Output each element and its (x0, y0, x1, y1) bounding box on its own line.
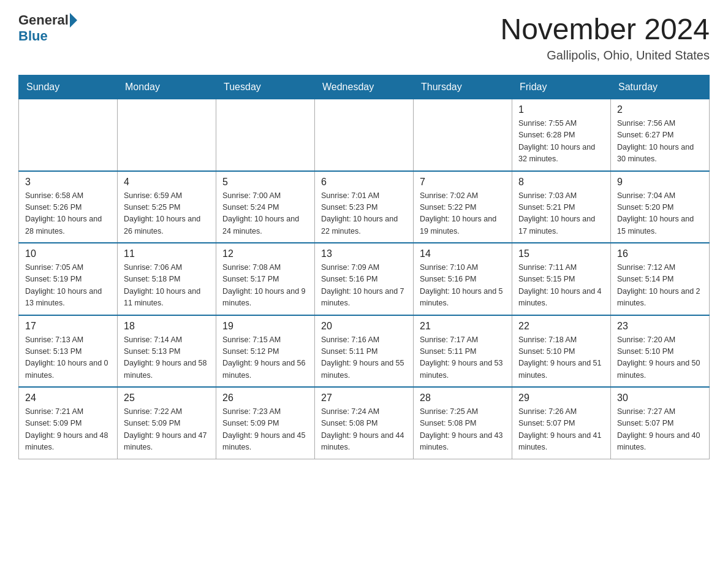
day-info: Sunrise: 7:21 AMSunset: 5:09 PMDaylight:… (25, 406, 111, 454)
calendar-cell: 13Sunrise: 7:09 AMSunset: 5:16 PMDayligh… (315, 243, 414, 315)
calendar-cell: 4Sunrise: 6:59 AMSunset: 5:25 PMDaylight… (118, 171, 216, 243)
day-number: 27 (321, 393, 407, 404)
day-info: Sunrise: 7:13 AMSunset: 5:13 PMDaylight:… (25, 334, 111, 382)
day-number: 14 (420, 248, 506, 259)
calendar-cell: 5Sunrise: 7:00 AMSunset: 5:24 PMDaylight… (216, 171, 315, 243)
day-info: Sunrise: 7:55 AMSunset: 6:28 PMDaylight:… (518, 118, 604, 166)
day-info: Sunrise: 7:05 AMSunset: 5:19 PMDaylight:… (25, 262, 111, 310)
day-of-week-header: Tuesday (216, 75, 315, 99)
day-of-week-header: Wednesday (315, 75, 414, 99)
day-info: Sunrise: 7:16 AMSunset: 5:11 PMDaylight:… (321, 334, 407, 382)
day-number: 8 (518, 177, 604, 188)
calendar-cell: 27Sunrise: 7:24 AMSunset: 5:08 PMDayligh… (315, 387, 414, 459)
day-number: 28 (420, 393, 506, 404)
day-info: Sunrise: 7:18 AMSunset: 5:10 PMDaylight:… (518, 334, 604, 382)
day-info: Sunrise: 7:06 AMSunset: 5:18 PMDaylight:… (124, 262, 210, 310)
calendar-cell: 20Sunrise: 7:16 AMSunset: 5:11 PMDayligh… (315, 315, 414, 388)
day-info: Sunrise: 7:15 AMSunset: 5:12 PMDaylight:… (222, 334, 308, 382)
calendar-week-row: 17Sunrise: 7:13 AMSunset: 5:13 PMDayligh… (19, 315, 710, 388)
day-info: Sunrise: 6:58 AMSunset: 5:26 PMDaylight:… (25, 190, 111, 238)
day-info: Sunrise: 7:12 AMSunset: 5:14 PMDaylight:… (617, 262, 703, 310)
logo-blue-text: Blue (18, 28, 48, 44)
day-number: 7 (420, 177, 506, 188)
calendar-cell: 17Sunrise: 7:13 AMSunset: 5:13 PMDayligh… (19, 315, 118, 388)
day-info: Sunrise: 7:04 AMSunset: 5:20 PMDaylight:… (617, 190, 703, 238)
day-number: 22 (518, 321, 604, 332)
calendar-cell: 14Sunrise: 7:10 AMSunset: 5:16 PMDayligh… (414, 243, 512, 315)
calendar-cell: 24Sunrise: 7:21 AMSunset: 5:09 PMDayligh… (19, 387, 118, 459)
day-number: 6 (321, 177, 407, 188)
calendar-week-row: 24Sunrise: 7:21 AMSunset: 5:09 PMDayligh… (19, 387, 710, 459)
day-info: Sunrise: 7:09 AMSunset: 5:16 PMDaylight:… (321, 262, 407, 310)
calendar-cell: 6Sunrise: 7:01 AMSunset: 5:23 PMDaylight… (315, 171, 414, 243)
day-info: Sunrise: 7:10 AMSunset: 5:16 PMDaylight:… (420, 262, 506, 310)
calendar-cell: 7Sunrise: 7:02 AMSunset: 5:22 PMDaylight… (414, 171, 512, 243)
header: General Blue November 2024 Gallipolis, O… (18, 12, 710, 63)
day-number: 11 (124, 248, 210, 259)
day-info: Sunrise: 7:11 AMSunset: 5:15 PMDaylight:… (518, 262, 604, 310)
day-info: Sunrise: 7:56 AMSunset: 6:27 PMDaylight:… (617, 118, 703, 166)
day-number: 19 (222, 321, 308, 332)
day-info: Sunrise: 6:59 AMSunset: 5:25 PMDaylight:… (124, 190, 210, 238)
calendar-cell: 18Sunrise: 7:14 AMSunset: 5:13 PMDayligh… (118, 315, 216, 388)
day-number: 10 (25, 248, 111, 259)
calendar-cell: 9Sunrise: 7:04 AMSunset: 5:20 PMDaylight… (611, 171, 710, 243)
day-number: 15 (518, 248, 604, 259)
day-info: Sunrise: 7:08 AMSunset: 5:17 PMDaylight:… (222, 262, 308, 310)
day-number: 30 (617, 393, 703, 404)
day-info: Sunrise: 7:02 AMSunset: 5:22 PMDaylight:… (420, 190, 506, 238)
day-number: 25 (124, 393, 210, 404)
calendar-week-row: 10Sunrise: 7:05 AMSunset: 5:19 PMDayligh… (19, 243, 710, 315)
calendar-cell: 2Sunrise: 7:56 AMSunset: 6:27 PMDaylight… (611, 99, 710, 171)
calendar-cell: 10Sunrise: 7:05 AMSunset: 5:19 PMDayligh… (19, 243, 118, 315)
day-number: 18 (124, 321, 210, 332)
day-number: 16 (617, 248, 703, 259)
calendar-week-row: 3Sunrise: 6:58 AMSunset: 5:26 PMDaylight… (19, 171, 710, 243)
calendar-cell (118, 99, 216, 171)
calendar-cell (216, 99, 315, 171)
day-number: 17 (25, 321, 111, 332)
calendar-cell: 23Sunrise: 7:20 AMSunset: 5:10 PMDayligh… (611, 315, 710, 388)
day-of-week-header: Sunday (19, 75, 118, 99)
calendar-cell: 29Sunrise: 7:26 AMSunset: 5:07 PMDayligh… (512, 387, 611, 459)
calendar-week-row: 1Sunrise: 7:55 AMSunset: 6:28 PMDaylight… (19, 99, 710, 171)
calendar-cell (19, 99, 118, 171)
day-number: 23 (617, 321, 703, 332)
day-info: Sunrise: 7:00 AMSunset: 5:24 PMDaylight:… (222, 190, 308, 238)
day-info: Sunrise: 7:03 AMSunset: 5:21 PMDaylight:… (518, 190, 604, 238)
day-info: Sunrise: 7:26 AMSunset: 5:07 PMDaylight:… (518, 406, 604, 454)
calendar-cell: 11Sunrise: 7:06 AMSunset: 5:18 PMDayligh… (118, 243, 216, 315)
day-info: Sunrise: 7:17 AMSunset: 5:11 PMDaylight:… (420, 334, 506, 382)
day-number: 29 (518, 393, 604, 404)
logo-general-text: General (18, 12, 69, 28)
day-of-week-header: Friday (512, 75, 611, 99)
calendar-cell: 1Sunrise: 7:55 AMSunset: 6:28 PMDaylight… (512, 99, 611, 171)
day-info: Sunrise: 7:22 AMSunset: 5:09 PMDaylight:… (124, 406, 210, 454)
calendar-cell: 25Sunrise: 7:22 AMSunset: 5:09 PMDayligh… (118, 387, 216, 459)
day-number: 2 (617, 104, 703, 115)
calendar-cell: 3Sunrise: 6:58 AMSunset: 5:26 PMDaylight… (19, 171, 118, 243)
calendar-cell (414, 99, 512, 171)
day-number: 21 (420, 321, 506, 332)
calendar-cell: 22Sunrise: 7:18 AMSunset: 5:10 PMDayligh… (512, 315, 611, 388)
day-of-week-header: Monday (118, 75, 216, 99)
calendar-cell (315, 99, 414, 171)
calendar-cell: 12Sunrise: 7:08 AMSunset: 5:17 PMDayligh… (216, 243, 315, 315)
day-info: Sunrise: 7:23 AMSunset: 5:09 PMDaylight:… (222, 406, 308, 454)
calendar-cell: 16Sunrise: 7:12 AMSunset: 5:14 PMDayligh… (611, 243, 710, 315)
day-of-week-header: Saturday (611, 75, 710, 99)
day-number: 12 (222, 248, 308, 259)
day-info: Sunrise: 7:20 AMSunset: 5:10 PMDaylight:… (617, 334, 703, 382)
location-title: Gallipolis, Ohio, United States (500, 48, 710, 63)
calendar-cell: 26Sunrise: 7:23 AMSunset: 5:09 PMDayligh… (216, 387, 315, 459)
calendar-cell: 19Sunrise: 7:15 AMSunset: 5:12 PMDayligh… (216, 315, 315, 388)
calendar-cell: 28Sunrise: 7:25 AMSunset: 5:08 PMDayligh… (414, 387, 512, 459)
day-number: 4 (124, 177, 210, 188)
calendar-table: SundayMondayTuesdayWednesdayThursdayFrid… (18, 75, 710, 459)
calendar-cell: 8Sunrise: 7:03 AMSunset: 5:21 PMDaylight… (512, 171, 611, 243)
day-number: 3 (25, 177, 111, 188)
day-number: 13 (321, 248, 407, 259)
day-of-week-header: Thursday (414, 75, 512, 99)
day-number: 20 (321, 321, 407, 332)
day-info: Sunrise: 7:25 AMSunset: 5:08 PMDaylight:… (420, 406, 506, 454)
